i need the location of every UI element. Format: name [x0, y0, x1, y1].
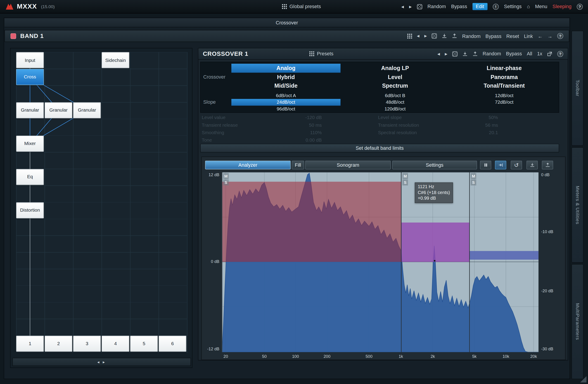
- param-label: Tone: [202, 137, 212, 143]
- band-next-preset-button[interactable]: ▶: [424, 34, 427, 38]
- slope-option-72[interactable]: 72dB/oct: [450, 99, 559, 105]
- node-sidechain[interactable]: Sidechain: [102, 52, 129, 68]
- slope-option-6b[interactable]: 6dB/oct B: [341, 92, 450, 99]
- toolbar-dock-tab[interactable]: Toolbar: [571, 31, 584, 146]
- side-toggle[interactable]: S: [223, 179, 229, 185]
- type-option-midside[interactable]: Mid/Side: [231, 81, 341, 90]
- crossover-next-preset-button[interactable]: ▶: [445, 52, 447, 56]
- crossover-all-button[interactable]: All: [527, 51, 532, 57]
- home-button[interactable]: ⌂: [527, 4, 530, 9]
- spectrum-chart: [222, 172, 539, 352]
- band-ms-toggle[interactable]: M S: [402, 173, 408, 186]
- reset-icon: ↺: [514, 162, 519, 168]
- band-randomize-button[interactable]: [432, 33, 437, 39]
- node-cross[interactable]: Cross: [16, 69, 44, 85]
- analyzer-save-button[interactable]: [542, 161, 553, 169]
- node-mixer[interactable]: Mixer: [16, 135, 44, 152]
- slope-option-6a[interactable]: 6dB/oct A: [231, 92, 341, 99]
- crossover-random-button[interactable]: Random: [483, 51, 501, 57]
- slope-option-24[interactable]: 24dB/oct: [231, 99, 341, 105]
- meters-utilities-dock-tab[interactable]: Meters & Utilities: [571, 147, 584, 263]
- node-distortion[interactable]: Distortion: [16, 202, 44, 218]
- tab-fill[interactable]: Fill: [292, 161, 304, 169]
- type-option-hybrid[interactable]: Hybrid: [231, 73, 341, 81]
- global-presets-button[interactable]: Global presets: [282, 4, 321, 9]
- output-slot-2[interactable]: 2: [44, 335, 72, 351]
- reset-analysis-button[interactable]: ↺: [511, 161, 522, 169]
- crossover-randomize-button[interactable]: [452, 51, 458, 56]
- band-color-chip[interactable]: [10, 33, 16, 39]
- crossover-load-button[interactable]: [462, 51, 468, 56]
- band-presets-button[interactable]: [407, 33, 412, 38]
- slope-option-48[interactable]: 48dB/oct: [341, 99, 450, 105]
- side-toggle[interactable]: S: [402, 179, 408, 185]
- multiparameters-dock-tab[interactable]: MultiParameters: [571, 264, 584, 379]
- type-option-panorama[interactable]: Panorama: [450, 73, 559, 81]
- menu-button[interactable]: Menu: [535, 4, 547, 9]
- warning-button[interactable]: !: [493, 4, 499, 10]
- type-option-analog[interactable]: Analog: [231, 64, 341, 73]
- band-bypass-button[interactable]: Bypass: [485, 33, 502, 39]
- crossover-popout-button[interactable]: [547, 51, 552, 56]
- band-prev-preset-button[interactable]: ◀: [417, 34, 419, 38]
- type-option-tonal-transient[interactable]: Tonal/Transient: [450, 81, 559, 90]
- band-random-button[interactable]: Random: [462, 33, 481, 39]
- mid-toggle[interactable]: M: [223, 173, 229, 179]
- crossover-bypass-button[interactable]: Bypass: [506, 51, 522, 57]
- node-granular-2[interactable]: Granular: [44, 102, 72, 118]
- band-reset-button[interactable]: Reset: [506, 33, 519, 39]
- bypass-button[interactable]: Bypass: [451, 4, 467, 9]
- band-load-button[interactable]: [442, 33, 447, 39]
- help-button[interactable]: ?: [577, 4, 583, 10]
- node-eq[interactable]: Eq: [16, 169, 44, 185]
- analyzer-load-button[interactable]: [526, 161, 538, 169]
- mid-toggle[interactable]: M: [402, 173, 408, 179]
- output-slot-1[interactable]: 1: [16, 335, 44, 351]
- output-slot-6[interactable]: 6: [159, 335, 186, 351]
- slope-option-96[interactable]: 96dB/oct: [231, 105, 341, 112]
- type-option-level[interactable]: Level: [341, 73, 450, 81]
- mid-toggle[interactable]: M: [471, 173, 476, 179]
- band-link-button[interactable]: Link: [524, 33, 533, 39]
- output-slot-3[interactable]: 3: [73, 335, 101, 351]
- next-preset-button[interactable]: ▶: [409, 5, 412, 9]
- set-default-band-limits-button[interactable]: Set default band limits: [200, 144, 559, 153]
- slope-option-120[interactable]: 120dB/oct: [341, 105, 450, 112]
- sleeping-status[interactable]: Sleeping: [552, 4, 571, 9]
- type-option-linear-phase[interactable]: Linear-phase: [450, 64, 559, 73]
- band-save-button[interactable]: [452, 33, 457, 39]
- crossover-prev-preset-button[interactable]: ◀: [437, 52, 440, 56]
- spectrum-plot[interactable]: 12 dB 0 dB -12 dB 0 dB -10 dB -20 dB -30…: [222, 172, 539, 352]
- edit-mode-button[interactable]: Edit: [472, 3, 488, 10]
- side-toggle[interactable]: S: [471, 179, 476, 185]
- output-slot-5[interactable]: 5: [130, 335, 158, 351]
- crossover-save-button[interactable]: [472, 51, 478, 56]
- resize-handle[interactable]: [580, 376, 587, 383]
- node-granular-3[interactable]: Granular: [73, 102, 101, 118]
- band-help-button[interactable]: ?: [557, 33, 563, 39]
- random-button[interactable]: Random: [427, 4, 446, 9]
- tab-settings[interactable]: Settings: [392, 161, 477, 169]
- output-slot-4[interactable]: 4: [102, 335, 129, 351]
- collapse-panel-button[interactable]: ◂ ▸: [12, 358, 191, 366]
- normalize-button[interactable]: [495, 161, 506, 169]
- band-ms-toggle[interactable]: M S: [471, 173, 476, 186]
- tab-sonogram[interactable]: Sonogram: [305, 161, 391, 169]
- settings-button[interactable]: Settings: [504, 4, 522, 9]
- prev-preset-button[interactable]: ◀: [401, 5, 404, 9]
- node-input[interactable]: Input: [16, 52, 44, 68]
- band-title[interactable]: BAND 1: [20, 33, 44, 39]
- prev-band-button[interactable]: ←: [538, 33, 543, 39]
- crossover-multiplier-button[interactable]: 1x: [537, 51, 542, 57]
- crossover-presets-button[interactable]: Presets: [309, 51, 333, 57]
- next-band-button[interactable]: →: [547, 33, 552, 39]
- crossover-help-button[interactable]: ?: [557, 51, 563, 57]
- tab-analyzer[interactable]: Analyzer: [205, 161, 291, 169]
- node-granular-1[interactable]: Granular: [16, 102, 44, 118]
- slope-option-12[interactable]: 12dB/oct: [450, 92, 559, 99]
- type-option-analog-lp[interactable]: Analog LP: [341, 64, 450, 73]
- pause-button[interactable]: [480, 161, 491, 169]
- type-option-spectrum[interactable]: Spectrum: [341, 81, 450, 90]
- band-ms-toggle[interactable]: M S: [223, 173, 229, 186]
- randomize-seed-button[interactable]: [417, 4, 422, 9]
